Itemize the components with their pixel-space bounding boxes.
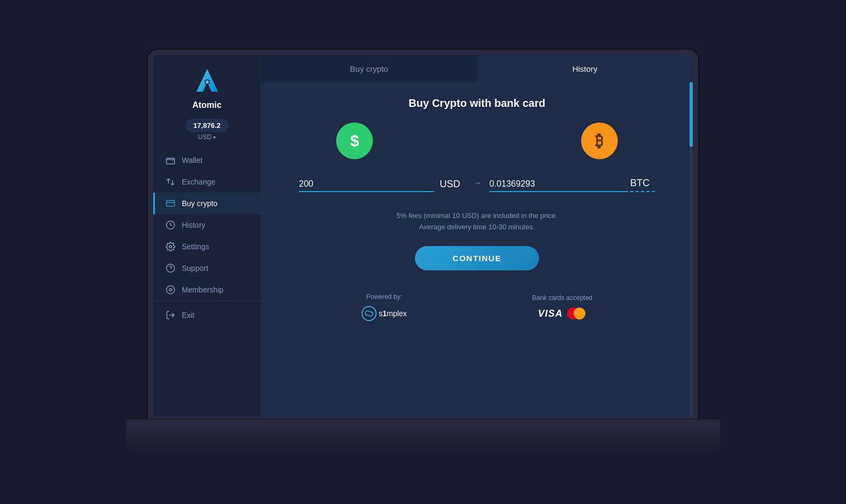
bank-cards-section: Bank cards accepted VISA (532, 294, 592, 320)
simplex-logo: s1mplex (361, 306, 407, 321)
continue-button[interactable]: CONTINUE (415, 246, 539, 270)
main-content: Buy crypto History Buy Crypto with bank … (261, 55, 693, 417)
svg-point-10 (169, 289, 172, 291)
sidebar-item-exchange[interactable]: Exchange (153, 171, 261, 193)
balance-badge: 17,876.2 (186, 119, 228, 132)
mc-orange-circle (574, 308, 585, 319)
exit-icon (166, 310, 175, 320)
powered-by-label: Powered by: (366, 293, 402, 301)
support-label: Support (182, 264, 208, 273)
buy-crypto-icon (166, 199, 175, 208)
btc-icon: ₿ (581, 122, 618, 159)
exchange-icon (166, 177, 175, 187)
simplex-text: s1mplex (379, 309, 407, 318)
exchange-arrow: → (466, 178, 489, 192)
sidebar-item-history[interactable]: History (153, 214, 261, 236)
tab-buy-crypto[interactable]: Buy crypto (261, 55, 477, 82)
settings-label: Settings (182, 242, 209, 251)
support-icon (166, 263, 175, 273)
card-logos: VISA (538, 307, 586, 320)
info-section: 5% fees (minimal 10 USD) are included in… (397, 212, 557, 231)
sidebar: Atomic 17,876.2 USD ▾ Walle (153, 55, 261, 417)
from-currency-label: USD (434, 176, 466, 192)
svg-point-12 (362, 307, 376, 321)
logo-label: Atomic (192, 100, 221, 110)
svg-point-9 (167, 286, 175, 294)
wallet-icon (166, 155, 175, 165)
to-amount-input[interactable] (489, 177, 625, 192)
history-label: History (182, 221, 206, 229)
sidebar-item-membership[interactable]: Membership (153, 279, 261, 301)
content-area: Buy Crypto with bank card $ ₿ (261, 82, 693, 417)
to-input-group (489, 177, 625, 192)
delivery-text: Average delivery time 10-30 minutes. (419, 223, 535, 231)
svg-point-6 (169, 246, 172, 248)
sidebar-item-buy-crypto[interactable]: Buy crypto (153, 193, 261, 214)
mastercard-logo (567, 307, 586, 320)
exit-label: Exit (182, 311, 194, 319)
svg-point-1 (206, 80, 209, 84)
nav-menu: Wallet Exchange (153, 149, 261, 411)
exchange-label: Exchange (182, 178, 215, 186)
sidebar-item-exit[interactable]: Exit (153, 304, 261, 326)
footer-area: Powered by: s1mplex Bank (299, 288, 655, 321)
history-icon (166, 220, 175, 230)
inputs-row: USD → BTC (299, 175, 655, 192)
sidebar-item-wallet[interactable]: Wallet (153, 149, 261, 171)
tabs-bar: Buy crypto History (261, 55, 693, 82)
tab-history[interactable]: History (477, 55, 693, 82)
fee-text: 5% fees (minimal 10 USD) are included in… (397, 212, 557, 220)
sidebar-item-support[interactable]: Support (153, 257, 261, 279)
wallet-label: Wallet (182, 156, 202, 165)
buy-crypto-label: Buy crypto (182, 199, 217, 208)
visa-logo: VISA (538, 308, 563, 319)
currency-selector[interactable]: USD ▾ (198, 133, 216, 141)
logo-area: Atomic (191, 66, 223, 110)
scrollbar-thumb[interactable] (690, 82, 693, 147)
scrollbar-track[interactable] (690, 82, 693, 417)
atomic-logo-icon (191, 66, 223, 98)
usd-icon: $ (336, 122, 373, 159)
currency-icons-row: $ ₿ (294, 122, 660, 159)
powered-by-section: Powered by: s1mplex (361, 293, 407, 321)
sidebar-item-settings[interactable]: Settings (153, 236, 261, 257)
page-title: Buy Crypto with bank card (408, 97, 545, 110)
from-input-group (299, 177, 434, 192)
from-amount-input[interactable] (299, 177, 434, 192)
to-currency-label: BTC (625, 175, 655, 192)
membership-label: Membership (182, 285, 223, 294)
currency-dropdown-arrow: ▾ (213, 134, 216, 140)
membership-icon (166, 285, 175, 295)
bank-cards-label: Bank cards accepted (532, 294, 592, 302)
simplex-icon (361, 306, 377, 321)
settings-icon (166, 242, 175, 251)
svg-rect-3 (167, 201, 175, 207)
